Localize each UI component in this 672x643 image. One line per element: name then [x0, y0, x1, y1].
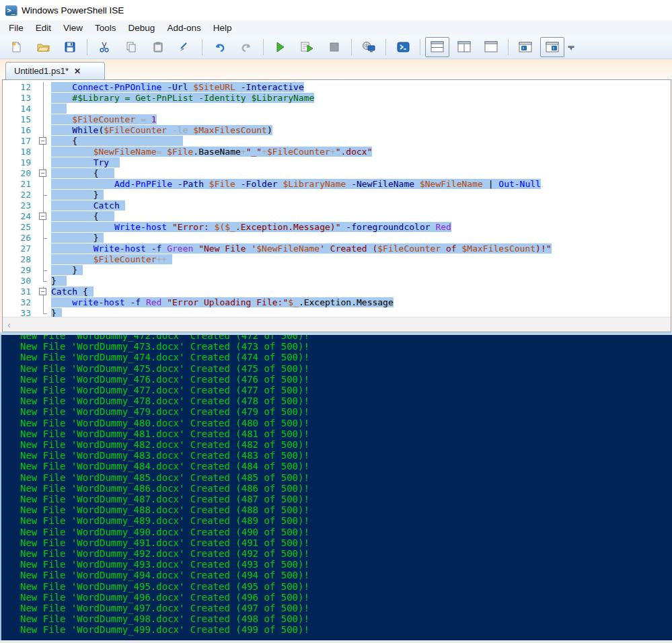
- line-number: 33: [3, 308, 36, 317]
- toolbar-separator: [202, 39, 202, 55]
- clear-console-button[interactable]: [173, 37, 197, 57]
- tab-close-icon[interactable]: ✕: [74, 67, 81, 76]
- powershell-ise-window: >_ Windows PowerShell ISE FileEditViewTo…: [0, 0, 672, 643]
- fold-collapse-icon[interactable]: –: [36, 211, 51, 222]
- code-line-17: 17– {: [3, 136, 671, 147]
- code-line-29: 29 }: [3, 265, 671, 276]
- save-icon: [64, 41, 76, 53]
- code-line-14: 14: [3, 104, 671, 114]
- code-text: {: [51, 136, 671, 147]
- line-number: 29: [3, 265, 36, 276]
- run-selection-icon: [301, 41, 314, 53]
- console-line: New File 'WordDummy_478.docx' Created (4…: [20, 395, 672, 406]
- console-output: New File 'WordDummy_472.docx' Created (4…: [1, 335, 672, 636]
- code-line-27: 27 Write-host -f Green "New File '$NewFi…: [3, 243, 671, 254]
- show-script-pane-right-button[interactable]: [452, 37, 476, 57]
- code-line-18: 18 $NewFileName= $File.BaseName+"_"+$Fil…: [3, 147, 671, 157]
- toolbar-separator: [420, 39, 420, 55]
- fold-collapse-icon[interactable]: –: [36, 168, 51, 179]
- console-line: New File 'WordDummy_477.docx' Created (4…: [20, 385, 672, 395]
- new-powershell-tab-button[interactable]: [513, 37, 537, 57]
- show-script-pane-top-button[interactable]: [425, 37, 449, 57]
- powershell-icon: [397, 41, 410, 53]
- line-number: 30: [3, 276, 36, 287]
- console-line: New File 'WordDummy_479.docx' Created (4…: [20, 406, 672, 417]
- toolbar-overflow-icon[interactable]: ▬▾: [566, 38, 576, 56]
- start-powershell-button[interactable]: [391, 37, 415, 57]
- console-line: New File 'WordDummy_476.docx' Created (4…: [20, 374, 672, 385]
- line-number: 14: [3, 104, 36, 114]
- workspace: 12 Connect-PnPOnline -Url $SiteURL -Inte…: [0, 79, 672, 643]
- console-line: New File 'WordDummy_489.docx' Created (4…: [20, 515, 672, 526]
- menu-edit[interactable]: Edit: [30, 22, 57, 34]
- code-text: $FileCounter++: [51, 254, 671, 265]
- code-line-31: 31–Catch {: [3, 287, 671, 297]
- copy-button[interactable]: [119, 37, 143, 57]
- fold-margin: [36, 179, 51, 190]
- code-line-16: 16 While($FileCounter -le $MaxFilesCount…: [3, 125, 671, 136]
- menu-debug[interactable]: Debug: [122, 22, 161, 34]
- new-script-button[interactable]: [4, 37, 28, 57]
- scroll-left-icon[interactable]: ‹: [3, 319, 11, 330]
- fold-margin: [36, 114, 51, 125]
- script-editor[interactable]: 12 Connect-PnPOnline -Url $SiteURL -Inte…: [3, 80, 671, 317]
- stop-icon: [329, 42, 340, 52]
- redo-button[interactable]: [234, 37, 258, 57]
- code-line-33: 33}: [3, 308, 671, 317]
- menu-addons[interactable]: Add-ons: [161, 22, 207, 34]
- code-text: write-host -f Red "Error Uploading File:…: [51, 297, 671, 308]
- undo-button[interactable]: [207, 37, 231, 57]
- line-number: 32: [3, 297, 36, 308]
- console-line: New File 'WordDummy_492.docx' Created (4…: [20, 548, 672, 559]
- tab-untitled1[interactable]: Untitled1.ps1* ✕: [5, 62, 105, 79]
- line-number: 24: [3, 211, 36, 222]
- line-number: 21: [3, 179, 36, 190]
- code-line-12: 12 Connect-PnPOnline -Url $SiteURL -Inte…: [3, 82, 671, 93]
- menu-tools[interactable]: Tools: [89, 22, 122, 34]
- console-line: New File 'WordDummy_473.docx' Created (4…: [20, 341, 672, 352]
- fold-margin: [36, 200, 51, 211]
- open-script-button[interactable]: [31, 37, 55, 57]
- stop-operation-button[interactable]: [322, 37, 346, 57]
- toolbar-separator: [385, 39, 386, 55]
- cut-icon: [98, 41, 110, 53]
- console-line: New File 'WordDummy_490.docx' Created (4…: [20, 527, 672, 537]
- new-remote-powershell-tab-button[interactable]: [357, 37, 381, 57]
- console-line: New File 'WordDummy_483.docx' Created (4…: [20, 450, 672, 461]
- code-text: Connect-PnPOnline -Url $SiteURL -Interac…: [51, 82, 671, 93]
- fold-margin: [36, 297, 51, 308]
- menu-help[interactable]: Help: [207, 22, 238, 34]
- code-line-26: 26 }: [3, 233, 671, 243]
- title-bar: >_ Windows PowerShell ISE: [0, 0, 672, 20]
- code-line-25: 25 Write-host "Error: $($_.Exception.Mes…: [3, 222, 671, 233]
- fold-margin: [36, 125, 51, 136]
- console-line: New File 'WordDummy_472.docx' Created (4…: [20, 335, 672, 341]
- console-pane[interactable]: New File 'WordDummy_472.docx' Created (4…: [0, 335, 672, 640]
- fold-margin: [36, 254, 51, 265]
- menu-view[interactable]: View: [57, 22, 89, 34]
- cut-button[interactable]: [92, 37, 116, 57]
- show-script-pane-maximized-button[interactable]: [479, 37, 503, 57]
- paste-button[interactable]: [146, 37, 170, 57]
- fold-margin: [36, 276, 51, 287]
- line-number: 16: [3, 125, 36, 136]
- show-console-pane-button[interactable]: [540, 37, 564, 57]
- code-text: $NewFileName= $File.BaseName+"_"+$FileCo…: [51, 147, 671, 157]
- console-line: New File 'WordDummy_480.docx' Created (4…: [20, 418, 672, 428]
- run-selection-button[interactable]: [295, 37, 320, 57]
- code-line-30: 30}: [3, 276, 671, 287]
- line-number: 13: [3, 93, 36, 104]
- menu-file[interactable]: File: [3, 22, 30, 34]
- code-line-19: 19 Try: [3, 157, 671, 168]
- console-line: New File 'WordDummy_488.docx' Created (4…: [20, 504, 672, 515]
- fold-collapse-icon[interactable]: –: [36, 136, 51, 147]
- console-line: New File 'WordDummy_497.docx' Created (4…: [20, 603, 672, 613]
- line-number: 12: [3, 82, 36, 93]
- code-line-28: 28 $FileCounter++: [3, 254, 671, 265]
- line-number: 26: [3, 233, 36, 243]
- save-button[interactable]: [58, 37, 82, 57]
- editor-horizontal-scrollbar[interactable]: ‹: [3, 317, 671, 332]
- fold-collapse-icon[interactable]: –: [36, 287, 51, 297]
- run-script-button[interactable]: [268, 37, 293, 57]
- powershell-app-icon: >_: [5, 5, 17, 15]
